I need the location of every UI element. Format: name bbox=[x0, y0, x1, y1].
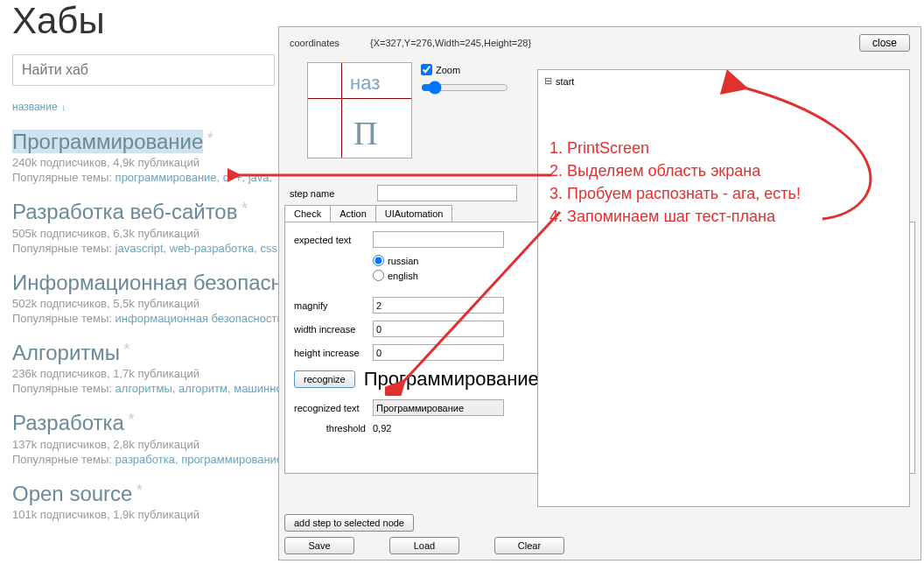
tab-check[interactable]: Check bbox=[284, 205, 331, 222]
star-icon: * bbox=[124, 341, 130, 358]
topic-link[interactable]: машинно bbox=[234, 382, 282, 395]
load-button[interactable]: Load bbox=[389, 537, 459, 554]
expected-label: expected text bbox=[294, 235, 373, 245]
tool-window: coordinates {X=327,Y=276,Width=245,Heigh… bbox=[278, 26, 921, 560]
star-icon: * bbox=[136, 482, 143, 499]
tab-uiautomation[interactable]: UIAutomation bbox=[375, 205, 453, 222]
zoom-slider[interactable] bbox=[421, 81, 508, 95]
tab-action[interactable]: Action bbox=[330, 205, 376, 222]
width-increase-label: width increase bbox=[294, 324, 373, 335]
tool-header: coordinates {X=327,Y=276,Width=245,Heigh… bbox=[279, 27, 920, 55]
preview-text: наз bbox=[350, 72, 380, 95]
search-input[interactable] bbox=[12, 54, 275, 86]
star-icon: * bbox=[128, 411, 134, 428]
topic-link[interactable]: алгоритмы bbox=[116, 382, 172, 395]
tree-panel[interactable]: ⊟ start bbox=[537, 69, 910, 507]
recognize-result-big: Программирование bbox=[364, 368, 539, 391]
topic-link[interactable]: информационная безопасность bbox=[116, 312, 284, 325]
star-icon: * bbox=[242, 200, 248, 217]
topic-link[interactable]: javascript bbox=[116, 242, 164, 255]
topic-link[interactable]: программирование bbox=[116, 171, 217, 184]
preview-text: П bbox=[354, 114, 377, 152]
width-increase-input[interactable] bbox=[373, 321, 504, 337]
topic-link[interactable]: алгоритм bbox=[178, 382, 228, 395]
crosshair-h-icon bbox=[308, 98, 411, 99]
hub-name[interactable]: Программирование bbox=[12, 130, 203, 153]
close-button[interactable]: close bbox=[859, 34, 910, 52]
zoom-controls: Zoom bbox=[421, 64, 508, 98]
threshold-value: 0,92 bbox=[373, 423, 391, 434]
tree-root-label: start bbox=[556, 76, 574, 87]
tree-root-node[interactable]: ⊟ start bbox=[543, 75, 904, 87]
recognized-label: recognized text bbox=[294, 403, 373, 413]
coordinates-label: coordinates bbox=[290, 38, 370, 48]
crosshair-v-icon bbox=[341, 63, 342, 158]
add-step-button[interactable]: add step to selected node bbox=[284, 514, 414, 532]
hub-name[interactable]: Алгоритмы bbox=[12, 341, 120, 364]
bottom-buttons: add step to selected node Save Load Clea… bbox=[284, 514, 915, 554]
topic-link[interactable]: программирование bbox=[181, 453, 283, 466]
topic-link[interactable]: css bbox=[260, 242, 277, 255]
russian-label: russian bbox=[388, 256, 418, 266]
sort-link[interactable]: название bbox=[12, 101, 58, 113]
topic-link[interactable]: с++ bbox=[223, 171, 242, 184]
magnify-label: magnify bbox=[294, 300, 373, 311]
step-name-label: step name bbox=[290, 188, 370, 199]
magnify-input[interactable] bbox=[373, 297, 504, 314]
english-label: english bbox=[388, 271, 418, 281]
zoom-label: Zoom bbox=[436, 65, 460, 75]
zoom-preview: наз П bbox=[307, 62, 412, 159]
zoom-checkbox-input[interactable] bbox=[421, 64, 432, 75]
tree-expand-icon[interactable]: ⊟ bbox=[543, 75, 552, 87]
coordinates-value: {X=327,Y=276,Width=245,Height=28} bbox=[370, 38, 531, 48]
english-radio-input[interactable] bbox=[373, 270, 384, 281]
topic-link[interactable]: java bbox=[248, 171, 270, 184]
sort-arrow-icon: ↓ bbox=[61, 102, 66, 112]
expected-input[interactable] bbox=[373, 231, 504, 248]
recognized-input bbox=[373, 399, 504, 416]
zoom-checkbox[interactable]: Zoom bbox=[421, 64, 508, 75]
height-increase-input[interactable] bbox=[373, 344, 504, 361]
russian-radio-input[interactable] bbox=[373, 255, 384, 266]
save-button[interactable]: Save bbox=[284, 537, 354, 554]
clear-button[interactable]: Clear bbox=[494, 537, 564, 554]
star-icon: * bbox=[207, 130, 214, 147]
step-name-input[interactable] bbox=[377, 185, 517, 201]
hub-name[interactable]: Open source bbox=[12, 482, 132, 505]
topic-link[interactable]: web-разработка bbox=[170, 242, 254, 255]
hub-name[interactable]: Разработка веб-сайтов bbox=[12, 201, 237, 224]
threshold-label: threshold bbox=[294, 423, 373, 434]
height-increase-label: height increase bbox=[294, 348, 373, 358]
recognize-button[interactable]: recognize bbox=[294, 370, 355, 388]
hub-name[interactable]: Разработка bbox=[12, 412, 124, 435]
topic-link[interactable]: разработка bbox=[116, 453, 175, 466]
